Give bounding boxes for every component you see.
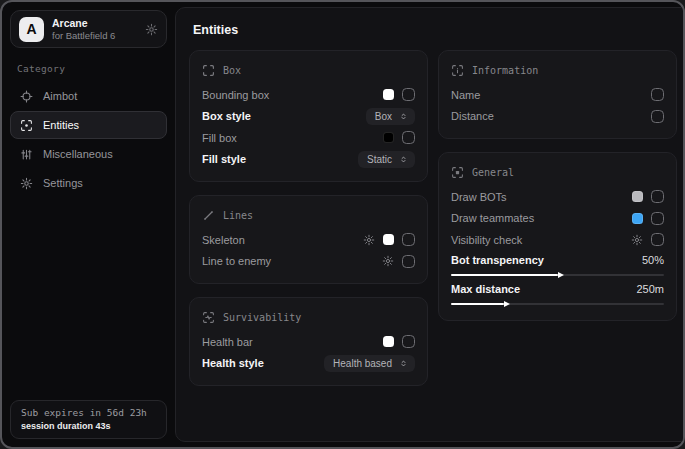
max-distance-slider[interactable] [451, 303, 664, 305]
gear-icon[interactable] [631, 234, 643, 246]
color-swatch[interactable] [383, 132, 394, 143]
row-label: Name [451, 89, 480, 101]
visibility-check-checkbox[interactable] [651, 233, 664, 246]
session-duration: session duration 43s [21, 421, 156, 431]
row-draw-teammates: Draw teammates [451, 208, 664, 230]
slider-fill [451, 303, 504, 305]
panel-information: Information Name Distance [438, 50, 677, 139]
row-visibility-check: Visibility check [451, 229, 664, 251]
crosshair-icon [20, 90, 33, 103]
slider-value: 250m [636, 283, 664, 295]
scan-info-icon [451, 64, 464, 77]
app-header-card: A Arcane for Battlefield 6 [10, 10, 167, 48]
diagonal-line-icon [202, 209, 215, 222]
app-name: Arcane [52, 17, 115, 30]
row-label: Draw teammates [451, 212, 534, 224]
chevron-up-down-icon [399, 359, 408, 368]
category-label: Category [17, 63, 167, 74]
row-bounding-box: Bounding box [202, 84, 415, 106]
select-value: Static [367, 154, 392, 165]
gear-icon[interactable] [145, 23, 158, 36]
panel-box: Box Bounding box Box style Box [189, 50, 428, 182]
select-value: Health based [333, 358, 392, 369]
sidebar-item-settings[interactable]: Settings [10, 169, 167, 197]
left-column: Box Bounding box Box style Box [189, 50, 428, 386]
panel-general: General Draw BOTs Draw teammates [438, 152, 677, 321]
panel-box-header: Box [202, 60, 415, 80]
row-label: Draw BOTs [451, 191, 507, 203]
row-label: Skeleton [202, 234, 245, 246]
color-swatch[interactable] [632, 191, 643, 202]
row-fill-style: Fill style Static [202, 149, 415, 171]
gear-icon[interactable] [382, 255, 394, 267]
row-label: Visibility check [451, 234, 522, 246]
gear-icon[interactable] [363, 234, 375, 246]
draw-teammates-checkbox[interactable] [651, 212, 664, 225]
row-label: Health bar [202, 336, 253, 348]
select-value: Box [375, 111, 392, 122]
page-title: Entities [193, 23, 680, 37]
color-swatch[interactable] [383, 336, 394, 347]
sidebar-item-entities[interactable]: Entities [10, 111, 167, 139]
row-max-distance: Max distance 250m [451, 280, 664, 309]
panel-title: Lines [223, 210, 253, 221]
panel-general-header: General [451, 162, 664, 182]
slider-thumb[interactable] [504, 301, 510, 307]
row-label: Distance [451, 110, 494, 122]
name-checkbox[interactable] [651, 88, 664, 101]
sidebar-item-label: Settings [43, 177, 83, 189]
row-health-bar: Health bar [202, 331, 415, 353]
panel-survivability: Survivability Health bar Health style He… [189, 297, 428, 386]
draw-bots-checkbox[interactable] [651, 190, 664, 203]
color-swatch[interactable] [632, 213, 643, 224]
row-label: Health style [202, 357, 264, 369]
panel-title: Information [472, 65, 538, 76]
slider-fill [451, 274, 558, 276]
app-title-block: Arcane for Battlefield 6 [52, 17, 115, 42]
health-bar-checkbox[interactable] [402, 335, 415, 348]
line-to-enemy-checkbox[interactable] [402, 255, 415, 268]
sidebar-item-miscellaneous[interactable]: Miscellaneous [10, 140, 167, 168]
skeleton-checkbox[interactable] [402, 233, 415, 246]
sidebar: A Arcane for Battlefield 6 Category Aimb… [2, 2, 175, 447]
row-label: Max distance [451, 283, 520, 295]
sidebar-item-label: Entities [43, 119, 79, 131]
sidebar-item-aimbot[interactable]: Aimbot [10, 82, 167, 110]
panel-title: General [472, 167, 514, 178]
distance-checkbox[interactable] [651, 110, 664, 123]
row-bot-transparency: Bot transpenency 50% [451, 251, 664, 280]
panel-title: Survivability [223, 312, 301, 323]
chevron-up-down-icon [399, 112, 408, 121]
row-label: Line to enemy [202, 255, 271, 267]
row-name: Name [451, 84, 664, 106]
box-style-select[interactable]: Box [366, 108, 415, 125]
row-label: Fill box [202, 132, 237, 144]
row-line-to-enemy: Line to enemy [202, 251, 415, 273]
bot-transparency-slider[interactable] [451, 274, 664, 276]
row-health-style: Health style Health based [202, 353, 415, 375]
scan-square-icon [451, 166, 464, 179]
row-label: Fill style [202, 153, 246, 165]
panel-title: Box [223, 65, 241, 76]
panel-columns: Box Bounding box Box style Box [189, 50, 677, 386]
row-skeleton: Skeleton [202, 229, 415, 251]
color-swatch[interactable] [383, 234, 394, 245]
slider-thumb[interactable] [558, 272, 564, 278]
health-style-select[interactable]: Health based [324, 355, 415, 372]
main-content: Entities Box Bounding box [175, 7, 685, 442]
panel-lines-header: Lines [202, 205, 415, 225]
slider-value: 50% [642, 254, 664, 266]
color-swatch[interactable] [383, 89, 394, 100]
heartbeat-scan-icon [202, 311, 215, 324]
sidebar-item-label: Aimbot [43, 90, 77, 102]
panel-lines: Lines Skeleton [189, 195, 428, 284]
subscription-expiry: Sub expires in 56d 23h [21, 407, 156, 418]
app-subtitle: for Battlefield 6 [52, 30, 115, 42]
row-label: Bot transpenency [451, 254, 544, 266]
row-draw-bots: Draw BOTs [451, 186, 664, 208]
app-window: A Arcane for Battlefield 6 Category Aimb… [0, 0, 685, 449]
bounding-box-checkbox[interactable] [402, 88, 415, 101]
sliders-icon [20, 148, 33, 161]
fill-style-select[interactable]: Static [358, 151, 415, 168]
fill-box-checkbox[interactable] [402, 131, 415, 144]
